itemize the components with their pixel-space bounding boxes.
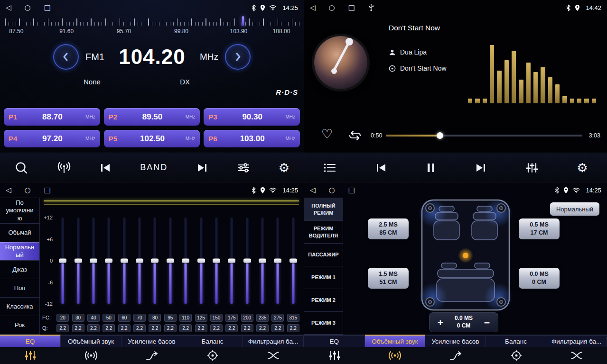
recents-button[interactable]: □	[44, 4, 51, 11]
tab-balance-icon-button[interactable]	[182, 350, 243, 361]
eq-slider-handle[interactable]	[289, 259, 297, 263]
next-station-button[interactable]	[196, 163, 208, 173]
back-button[interactable]: ◁	[6, 4, 11, 11]
tab-bass-boost-icon-button[interactable]	[121, 350, 182, 361]
band-button[interactable]: BAND	[140, 163, 168, 173]
progress-bar[interactable]	[386, 135, 582, 136]
eq-preset-item-5[interactable]: Классика	[0, 298, 39, 316]
eq-slider-handle[interactable]	[213, 259, 220, 263]
eq-band-slider-110[interactable]	[178, 218, 193, 304]
eq-slider-handle[interactable]	[167, 259, 174, 263]
tab-surround-sound-icon-button[interactable]	[365, 350, 426, 361]
surround-mode-3[interactable]: РЕЖИМ 1	[304, 266, 343, 289]
playlist-button[interactable]	[323, 162, 336, 173]
tab-filter-icon-button[interactable]	[243, 350, 304, 361]
previous-track-button[interactable]	[375, 163, 387, 173]
album-art[interactable]	[314, 36, 367, 89]
settings-button[interactable]: ⚙	[279, 162, 289, 174]
home-button[interactable]: ○	[25, 4, 31, 11]
eq-slider-handle[interactable]	[274, 259, 281, 263]
eq-band-slider-20[interactable]	[55, 218, 70, 304]
surround-mode-0[interactable]: ПОЛНЫЙ РЕЖИМ	[304, 198, 343, 221]
eq-band-slider-70[interactable]	[132, 218, 147, 304]
eq-slider-handle[interactable]	[182, 259, 189, 263]
pause-button[interactable]	[426, 162, 436, 173]
front-left-delay-button[interactable]: 2.5 MS 85 CM	[368, 218, 409, 239]
eq-slider-handle[interactable]	[105, 259, 112, 263]
eq-band-slider-175[interactable]	[224, 218, 239, 304]
listening-position-dot[interactable]	[463, 253, 468, 258]
preset-button-P2[interactable]: P289.50MHz	[104, 108, 200, 126]
favorite-button[interactable]: ♡	[321, 127, 333, 142]
preset-button-P6[interactable]: P6103.00MHz	[204, 130, 300, 147]
eq-preset-item-6[interactable]: Рок	[0, 316, 39, 335]
eq-band-slider-95[interactable]	[163, 218, 178, 304]
eq-band-slider-50[interactable]	[101, 218, 116, 304]
front-right-delay-button[interactable]: 0.5 MS 17 CM	[519, 218, 560, 239]
delay-decrease-button[interactable]: −	[482, 318, 492, 328]
tuner-settings-button[interactable]	[237, 162, 250, 173]
scan-search-button[interactable]	[14, 161, 28, 175]
eq-preset-item-1[interactable]: Обычай	[0, 224, 39, 242]
home-button[interactable]: ○	[329, 4, 335, 11]
preset-button-P5[interactable]: P5102.50MHz	[104, 130, 200, 147]
rear-left-delay-button[interactable]: 1.5 MS 51 CM	[368, 268, 409, 289]
recents-button[interactable]: □	[44, 187, 51, 194]
back-button[interactable]: ◁	[6, 187, 11, 194]
settings-button[interactable]: ⚙	[577, 162, 588, 174]
tab-bass-boost[interactable]: Усиление басов	[121, 335, 182, 347]
eq-band-slider-80[interactable]	[147, 218, 162, 304]
preset-button-P4[interactable]: P497.20MHz	[4, 130, 100, 147]
tab-filter[interactable]: Фильтрация ба...	[546, 335, 607, 347]
tab-filter[interactable]: Фильтрация ба...	[243, 335, 304, 347]
eq-slider-handle[interactable]	[151, 259, 159, 263]
eq-preset-item-3[interactable]: Джаз	[0, 261, 39, 279]
audio-effects-button[interactable]	[525, 162, 539, 173]
eq-band-slider-235[interactable]	[255, 218, 270, 304]
surround-mode-1[interactable]: РЕЖИМ ВОДИТЕЛЯ	[304, 221, 343, 244]
eq-slider-handle[interactable]	[136, 259, 143, 263]
tab-eq[interactable]: EQ	[304, 335, 365, 347]
tab-balance[interactable]: Баланс	[486, 335, 547, 347]
broadcast-button[interactable]	[57, 162, 71, 174]
tune-down-button[interactable]	[53, 44, 79, 70]
tab-bass-boost-icon-button[interactable]	[425, 350, 486, 361]
tab-bass-boost[interactable]: Усиление басов	[425, 335, 486, 347]
eq-slider-handle[interactable]	[90, 259, 97, 263]
eq-slider-handle[interactable]	[228, 259, 235, 263]
eq-band-slider-315[interactable]	[286, 218, 301, 304]
eq-band-slider-275[interactable]	[270, 218, 285, 304]
tab-filter-icon-button[interactable]	[546, 350, 607, 361]
tune-up-button[interactable]	[225, 44, 251, 70]
eq-band-slider-30[interactable]	[70, 218, 85, 304]
eq-slider-handle[interactable]	[59, 259, 66, 263]
recents-button[interactable]: □	[348, 4, 355, 11]
tab-surround-sound-icon-button[interactable]	[61, 350, 121, 361]
tab-surround-sound[interactable]: Объёмный звук	[61, 335, 121, 347]
surround-mode-2[interactable]: ПАССАЖИР	[304, 244, 343, 266]
eq-band-slider-60[interactable]	[117, 218, 132, 304]
preset-button-P3[interactable]: P390.30MHz	[204, 108, 300, 126]
tab-surround-sound[interactable]: Объёмный звук	[365, 335, 426, 347]
delay-increase-button[interactable]: +	[435, 318, 446, 328]
next-track-button[interactable]	[475, 163, 487, 173]
previous-station-button[interactable]	[99, 163, 112, 173]
eq-slider-handle[interactable]	[121, 259, 128, 263]
rear-right-delay-button[interactable]: 0.0 MS 0 CM	[519, 268, 560, 289]
eq-slider-handle[interactable]	[243, 259, 251, 263]
recents-button[interactable]: □	[348, 187, 355, 194]
repeat-button[interactable]	[348, 130, 362, 143]
tab-eq-icon-button[interactable]	[0, 350, 61, 361]
home-button[interactable]: ○	[329, 187, 335, 194]
preset-button-P1[interactable]: P188.70MHz	[4, 108, 100, 126]
eq-slider-handle[interactable]	[75, 259, 82, 263]
back-button[interactable]: ◁	[310, 187, 316, 194]
tab-balance-icon-button[interactable]	[486, 350, 547, 361]
eq-band-slider-125[interactable]	[193, 218, 208, 304]
eq-band-slider-200[interactable]	[240, 218, 255, 304]
eq-preset-item-4[interactable]: Поп	[0, 279, 39, 298]
surround-preset-button[interactable]: Нормальный	[550, 202, 599, 216]
eq-preset-item-2[interactable]: Нормальный	[0, 242, 39, 261]
surround-mode-4[interactable]: РЕЖИМ 2	[304, 289, 343, 312]
surround-mode-5[interactable]: РЕЖИМ 3	[304, 312, 343, 335]
